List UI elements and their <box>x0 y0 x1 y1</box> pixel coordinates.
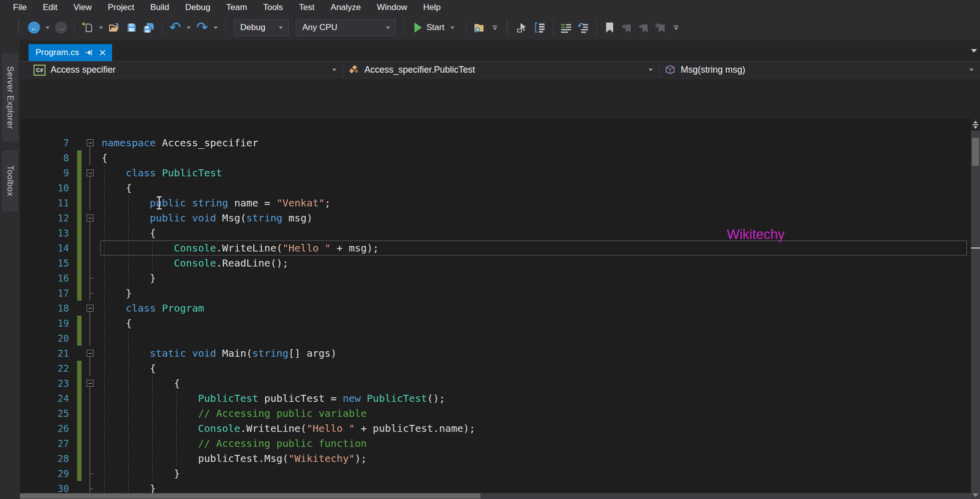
back-dropdown-chevron-icon[interactable] <box>46 27 50 29</box>
next-bookmark-button[interactable] <box>637 20 651 36</box>
menu-item-test[interactable]: Test <box>291 0 322 15</box>
code-line[interactable]: 17} <box>20 286 969 301</box>
close-tab-icon[interactable] <box>99 49 106 56</box>
code-line[interactable]: 25// Accessing public variable <box>20 406 969 421</box>
solution-configuration-dropdown[interactable]: Debug <box>234 19 289 36</box>
start-debugging-button[interactable]: Start <box>410 23 460 33</box>
code-text[interactable] <box>102 331 969 346</box>
project-dropdown[interactable]: C# Access specifier <box>29 62 343 78</box>
navigate-backward-button[interactable]: ← <box>27 20 41 36</box>
menu-item-project[interactable]: Project <box>100 0 142 15</box>
code-line[interactable]: 22{ <box>20 361 969 376</box>
code-text[interactable]: { <box>102 316 969 331</box>
menu-item-build[interactable]: Build <box>142 0 177 15</box>
code-line[interactable]: 27// Accessing public function <box>20 436 969 451</box>
code-line[interactable]: 24PublicTest publicTest = new PublicTest… <box>20 391 969 406</box>
tab-program-cs[interactable]: Program.cs <box>29 44 112 61</box>
code-text[interactable]: { <box>102 376 969 391</box>
code-text[interactable]: class Program <box>102 301 969 316</box>
toolbar-grip[interactable] <box>507 21 509 34</box>
code-text[interactable]: { <box>102 361 969 376</box>
code-text[interactable]: publicTest.Msg("Wikitechy"); <box>102 451 969 466</box>
solution-platform-dropdown[interactable]: Any CPU <box>296 19 396 36</box>
save-button[interactable] <box>125 20 139 36</box>
member-dropdown[interactable]: Msg(string msg) <box>660 62 980 78</box>
horizontal-scrollbar[interactable] <box>20 493 971 499</box>
collapse-region-icon[interactable]: − <box>87 139 94 146</box>
collapse-region-icon[interactable]: − <box>87 380 94 387</box>
menu-item-analyze[interactable]: Analyze <box>323 0 369 15</box>
code-line[interactable]: 16} <box>20 271 969 286</box>
collapse-region-icon[interactable]: − <box>87 350 94 357</box>
outlining-margin[interactable]: − <box>82 346 99 361</box>
type-dropdown[interactable]: Access_specifier.PublicTest <box>343 62 660 78</box>
outlining-margin[interactable]: − <box>82 210 99 225</box>
outlining-margin[interactable]: − <box>82 135 99 150</box>
code-text[interactable]: } <box>102 271 969 286</box>
code-line[interactable]: 26Console.WriteLine("Hello " + publicTes… <box>20 421 969 436</box>
undo-button[interactable]: ↶ <box>168 20 182 36</box>
previous-bookmark-button[interactable] <box>620 20 634 36</box>
code-text[interactable]: namespace Access_specifier <box>102 135 969 150</box>
menu-item-window[interactable]: Window <box>369 0 415 15</box>
code-line[interactable]: 14Console.WriteLine("Hello " + msg); <box>20 240 969 256</box>
code-text[interactable]: Console.WriteLine("Hello " + msg); <box>102 240 969 256</box>
code-text[interactable]: { <box>102 225 969 240</box>
code-text[interactable]: class PublicTest <box>102 165 969 180</box>
code-line[interactable]: 28publicTest.Msg("Wikitechy"); <box>20 451 969 466</box>
toolbar-grip[interactable] <box>18 21 20 34</box>
vertical-scroll-thumb[interactable] <box>972 138 979 166</box>
clear-bookmarks-button[interactable] <box>654 20 668 36</box>
new-file-button[interactable]: * <box>81 20 95 36</box>
code-text[interactable]: } <box>102 466 969 481</box>
toolbox-tab[interactable]: Toolbox <box>2 150 18 211</box>
menu-item-edit[interactable]: Edit <box>35 0 65 15</box>
code-line[interactable]: 7−namespace Access_specifier <box>20 135 969 150</box>
code-line[interactable]: 23−{ <box>20 376 969 391</box>
toolbar-overflow[interactable] <box>673 26 680 30</box>
code-line[interactable]: 18−class Program <box>20 301 969 316</box>
outlining-margin[interactable]: − <box>82 165 99 180</box>
code-line[interactable]: 15Console.ReadLine(); <box>20 256 969 271</box>
scroll-down-arrow-icon[interactable] <box>972 493 978 497</box>
code-text[interactable]: // Accessing public function <box>102 436 969 451</box>
code-line[interactable]: 12−public void Msg(string msg) <box>20 210 969 225</box>
menu-item-view[interactable]: View <box>66 0 100 15</box>
start-dropdown-chevron-icon[interactable] <box>450 27 454 29</box>
collapse-region-icon[interactable]: − <box>87 169 94 176</box>
code-text[interactable]: Console.ReadLine(); <box>102 256 969 271</box>
code-text[interactable]: } <box>102 286 969 301</box>
tab-list-dropdown-icon[interactable] <box>971 49 977 53</box>
code-text[interactable]: public string name = "Venkat"; <box>102 195 969 210</box>
new-file-dropdown-chevron-icon[interactable] <box>99 27 103 29</box>
code-line[interactable]: 21−static void Main(string[] args) <box>20 346 969 361</box>
code-line[interactable]: 9−class PublicTest <box>20 165 969 180</box>
menu-item-tools[interactable]: Tools <box>255 0 291 15</box>
code-text[interactable]: { <box>102 150 969 165</box>
displayed-files-button[interactable] <box>533 20 547 36</box>
code-line[interactable]: 8{ <box>20 150 969 165</box>
menu-item-help[interactable]: Help <box>415 0 449 15</box>
code-text[interactable]: { <box>102 180 969 195</box>
code-text[interactable]: static void Main(string[] args) <box>102 346 969 361</box>
uncomment-lines-button[interactable]: ↶ <box>576 20 590 36</box>
menu-item-team[interactable]: Team <box>218 0 255 15</box>
redo-dropdown-chevron-icon[interactable] <box>214 27 218 29</box>
find-in-files-button[interactable] <box>472 20 486 36</box>
code-text[interactable]: Console.WriteLine("Hello " + publicTest.… <box>102 421 969 436</box>
comment-lines-button[interactable] <box>559 20 573 36</box>
menu-item-file[interactable]: File <box>5 0 35 15</box>
navigate-to-button[interactable] <box>516 20 530 36</box>
code-line[interactable]: 10{ <box>20 180 969 195</box>
code-text[interactable]: public void Msg(string msg) <box>102 210 969 225</box>
outlining-margin[interactable]: − <box>82 376 99 391</box>
code-text[interactable]: // Accessing public variable <box>102 406 969 421</box>
find-toolbar-overflow[interactable] <box>492 26 499 30</box>
code-line[interactable]: 29} <box>20 466 969 481</box>
navigate-forward-button[interactable]: → <box>54 20 68 36</box>
vertical-scrollbar[interactable] <box>971 119 980 499</box>
code-text[interactable]: PublicTest publicTest = new PublicTest()… <box>102 391 969 406</box>
menu-item-debug[interactable]: Debug <box>177 0 218 15</box>
redo-button[interactable]: ↷ <box>195 20 209 36</box>
horizontal-scroll-thumb[interactable] <box>20 493 480 498</box>
